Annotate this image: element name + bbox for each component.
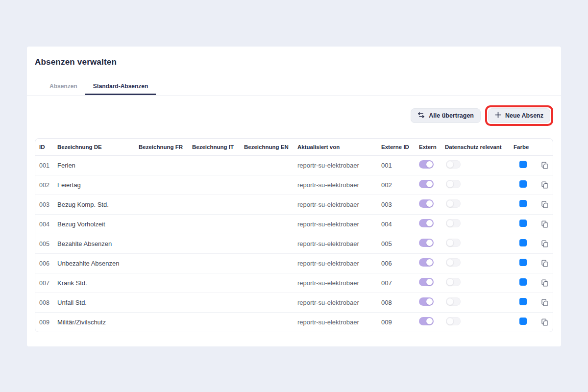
col-header-bezeichnung-it: Bezeichnung IT — [192, 144, 244, 150]
copy-icon[interactable] — [540, 318, 549, 326]
cell-aktualisiert-von: reportr-su-elektrobaer — [297, 299, 381, 306]
table-row: 004 Bezug Vorholzeit reportr-su-elektrob… — [35, 214, 553, 234]
cell-bezeichnung-de: Feiertag — [57, 181, 139, 189]
color-swatch[interactable] — [519, 259, 527, 266]
extern-toggle[interactable] — [419, 239, 434, 247]
tab-absenzen[interactable]: Absenzen — [42, 78, 85, 95]
col-header-externe-id: Externe ID — [381, 144, 419, 150]
cell-aktualisiert-von: reportr-su-elektrobaer — [297, 279, 381, 287]
col-header-bezeichnung-fr: Bezeichnung FR — [139, 144, 192, 150]
datenschutz-toggle[interactable] — [446, 160, 461, 169]
datenschutz-toggle[interactable] — [446, 278, 461, 286]
swap-arrows-icon — [417, 112, 425, 120]
extern-toggle[interactable] — [419, 278, 434, 286]
toggle-knob — [446, 161, 454, 168]
toggle-knob — [446, 259, 454, 266]
cell-externe-id: 007 — [381, 279, 419, 287]
cell-id: 004 — [39, 221, 57, 228]
toggle-knob — [426, 259, 433, 266]
table-row: 007 Krank Std. reportr-su-elektrobaer 00… — [35, 273, 553, 293]
page-title: Absenzen verwalten — [35, 57, 553, 67]
new-absence-button[interactable]: Neue Absenz — [488, 108, 550, 123]
copy-icon[interactable] — [540, 259, 549, 268]
copy-icon[interactable] — [540, 220, 549, 228]
extern-toggle[interactable] — [419, 219, 434, 227]
extern-toggle[interactable] — [419, 317, 434, 325]
toggle-knob — [426, 318, 433, 324]
table-row: 002 Feiertag reportr-su-elektrobaer 002 — [35, 175, 553, 195]
color-swatch[interactable] — [519, 180, 527, 188]
cell-id: 005 — [39, 241, 57, 247]
cell-id: 007 — [39, 280, 57, 287]
color-swatch[interactable] — [519, 200, 527, 207]
color-swatch[interactable] — [519, 161, 527, 168]
absences-table: ID Bezeichnung DE Bezeichnung FR Bezeich… — [35, 138, 553, 332]
toggle-knob — [446, 278, 454, 286]
extern-toggle[interactable] — [419, 180, 434, 188]
tab-standard-absenzen[interactable]: Standard-Absenzen — [85, 78, 156, 95]
datenschutz-toggle[interactable] — [446, 180, 461, 188]
cell-bezeichnung-de: Bezug Vorholzeit — [57, 220, 139, 228]
toggle-knob — [426, 240, 433, 246]
cell-externe-id: 004 — [381, 220, 419, 228]
cell-id: 001 — [39, 162, 57, 169]
new-absence-label: Neue Absenz — [505, 112, 543, 119]
copy-icon[interactable] — [540, 240, 549, 248]
cell-bezeichnung-de: Bezahlte Absenzen — [57, 240, 139, 247]
extern-toggle[interactable] — [419, 160, 434, 169]
color-swatch[interactable] — [519, 318, 527, 325]
datenschutz-toggle[interactable] — [446, 199, 461, 208]
copy-icon[interactable] — [540, 279, 549, 287]
color-swatch[interactable] — [519, 239, 527, 246]
cell-externe-id: 008 — [381, 299, 419, 306]
cell-id: 003 — [39, 201, 57, 208]
copy-icon[interactable] — [540, 298, 549, 307]
cell-bezeichnung-de: Militär/Zivilschutz — [57, 318, 139, 326]
cell-aktualisiert-von: reportr-su-elektrobaer — [297, 318, 381, 326]
table-body: 001 Ferien reportr-su-elektrobaer 001 00… — [35, 156, 553, 332]
cell-id: 009 — [39, 319, 57, 326]
cell-externe-id: 003 — [381, 201, 419, 208]
table-row: 005 Bezahlte Absenzen reportr-su-elektro… — [35, 234, 553, 253]
toggle-knob — [426, 298, 433, 305]
extern-toggle[interactable] — [419, 297, 434, 306]
cell-id: 002 — [39, 182, 57, 189]
table-row: 003 Bezug Komp. Std. reportr-su-elektrob… — [35, 195, 553, 214]
cell-bezeichnung-de: Bezug Komp. Std. — [57, 201, 139, 208]
extern-toggle[interactable] — [419, 258, 434, 267]
cell-id: 006 — [39, 260, 57, 267]
cell-bezeichnung-de: Ferien — [57, 162, 139, 169]
plus-icon — [495, 112, 501, 120]
table-row: 009 Militär/Zivilschutz reportr-su-elekt… — [35, 312, 553, 332]
toggle-knob — [446, 298, 454, 305]
col-header-extern: Extern — [419, 144, 445, 150]
cell-bezeichnung-de: Krank Std. — [57, 279, 139, 287]
cell-aktualisiert-von: reportr-su-elektrobaer — [297, 181, 381, 189]
copy-icon[interactable] — [540, 181, 549, 189]
datenschutz-toggle[interactable] — [446, 297, 461, 306]
copy-icon[interactable] — [540, 161, 549, 170]
col-header-bezeichnung-de: Bezeichnung DE — [57, 144, 139, 150]
toggle-knob — [446, 239, 454, 246]
datenschutz-toggle[interactable] — [446, 317, 461, 325]
toggle-knob — [426, 279, 433, 285]
transfer-all-button[interactable]: Alle übertragen — [411, 108, 481, 123]
col-header-farbe: Farbe — [514, 144, 537, 150]
copy-icon[interactable] — [540, 200, 549, 209]
table-header: ID Bezeichnung DE Bezeichnung FR Bezeich… — [35, 139, 553, 156]
color-swatch[interactable] — [519, 278, 527, 286]
cell-aktualisiert-von: reportr-su-elektrobaer — [297, 260, 381, 267]
table-row: 008 Unfall Std. reportr-su-elektrobaer 0… — [35, 293, 553, 312]
annotation-ring: Neue Absenz — [485, 105, 553, 126]
datenschutz-toggle[interactable] — [446, 258, 461, 267]
cell-externe-id: 006 — [381, 260, 419, 267]
table-row: 001 Ferien reportr-su-elektrobaer 001 — [35, 156, 553, 175]
datenschutz-toggle[interactable] — [446, 219, 461, 227]
cell-externe-id: 005 — [381, 240, 419, 247]
color-swatch[interactable] — [519, 220, 527, 227]
table-row: 006 Unbezahlte Absenzen reportr-su-elekt… — [35, 253, 553, 273]
datenschutz-toggle[interactable] — [446, 239, 461, 247]
color-swatch[interactable] — [519, 298, 527, 305]
tab-bar: Absenzen Standard-Absenzen — [27, 78, 561, 96]
extern-toggle[interactable] — [419, 199, 434, 208]
